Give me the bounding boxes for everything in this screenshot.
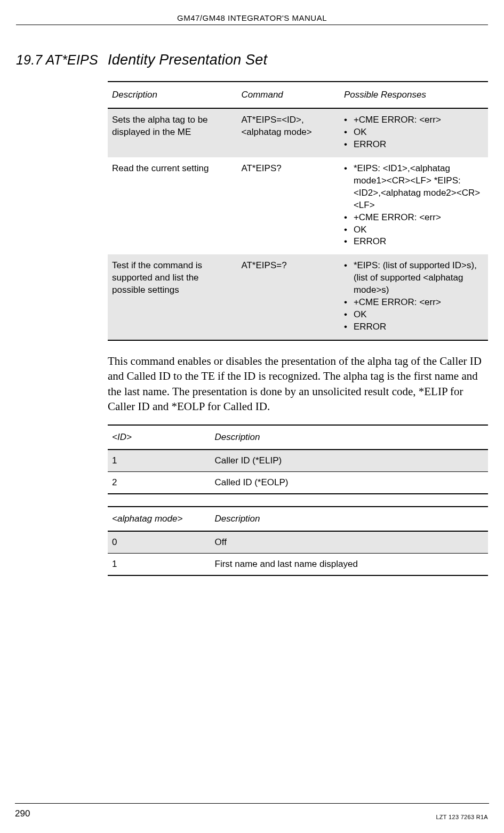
body-paragraph: This command enables or disables the pre… (108, 354, 488, 414)
cell-responses: *EIPS: <ID1>,<alphatag mode1><CR><LF> *E… (340, 157, 488, 255)
cell-mode: 0 (108, 531, 211, 554)
cell-mode: 1 (108, 554, 211, 576)
cell-desc: First name and last name displayed (211, 554, 489, 576)
response-list: *EIPS: (list of supported ID>s),(list of… (344, 260, 484, 333)
table-header-row: <alphatag mode> Description (108, 507, 488, 531)
table-row: 0 Off (108, 531, 488, 554)
section-number: 19.7 AT*EIPS (16, 52, 108, 68)
th-desc: Description (211, 425, 489, 450)
table-row: Test if the command is supported and lis… (108, 254, 488, 340)
table-row: Sets the alpha tag to be displayed in th… (108, 108, 488, 157)
table-header-row: Description Command Possible Responses (108, 82, 488, 108)
list-item: OK (344, 309, 484, 321)
table-row: 1 Caller ID (*ELIP) (108, 450, 488, 472)
table-header-row: <ID> Description (108, 425, 488, 450)
section-title: Identity Presentation Set (108, 52, 267, 68)
list-item: *EIPS: <ID1>,<alphatag mode1><CR><LF> *E… (344, 163, 484, 212)
list-item: ERROR (344, 139, 484, 151)
th-responses: Possible Responses (340, 82, 488, 108)
header-rule (16, 25, 488, 25)
table-row: 2 Called ID (*EOLP) (108, 472, 488, 494)
list-item: +CME ERROR: <err> (344, 297, 484, 309)
list-item: +CME ERROR: <err> (344, 212, 484, 224)
document-id: LZT 123 7263 R1A (436, 814, 488, 820)
id-table: <ID> Description 1 Caller ID (*ELIP) 2 C… (108, 424, 488, 494)
cell-desc: Caller ID (*ELIP) (211, 450, 489, 472)
cell-responses: +CME ERROR: <err> OK ERROR (340, 108, 488, 157)
cell-description: Test if the command is supported and lis… (108, 254, 237, 340)
list-item: ERROR (344, 236, 484, 248)
response-list: +CME ERROR: <err> OK ERROR (344, 114, 484, 151)
cell-command: AT*EIPS? (237, 157, 340, 255)
response-list: *EIPS: <ID1>,<alphatag mode1><CR><LF> *E… (344, 163, 484, 249)
command-table: Description Command Possible Responses S… (108, 81, 488, 341)
cell-command: AT*EIPS=<ID>, <alphatag mode> (237, 108, 340, 157)
cell-command: AT*EIPS=? (237, 254, 340, 340)
content: 19.7 AT*EIPS Identity Presentation Set D… (0, 52, 504, 576)
main-column: Description Command Possible Responses S… (108, 81, 488, 576)
th-command: Command (237, 82, 340, 108)
list-item: *EIPS: (list of supported ID>s),(list of… (344, 260, 484, 297)
th-mode: <alphatag mode> (108, 507, 211, 531)
cell-responses: *EIPS: (list of supported ID>s),(list of… (340, 254, 488, 340)
cell-description: Read the current setting (108, 157, 237, 255)
list-item: ERROR (344, 321, 484, 333)
list-item: OK (344, 126, 484, 139)
list-item: +CME ERROR: <err> (344, 114, 484, 126)
th-description: Description (108, 82, 237, 108)
cell-id: 1 (108, 450, 211, 472)
th-id: <ID> (108, 425, 211, 450)
mode-table: <alphatag mode> Description 0 Off 1 Firs… (108, 506, 488, 576)
section-heading: 19.7 AT*EIPS Identity Presentation Set (16, 52, 488, 68)
page-number: 290 (15, 808, 30, 819)
cell-desc: Called ID (*EOLP) (211, 472, 489, 494)
footer-rule (15, 803, 489, 804)
list-item: OK (344, 224, 484, 236)
table-row: Read the current setting AT*EIPS? *EIPS:… (108, 157, 488, 255)
table-row: 1 First name and last name displayed (108, 554, 488, 576)
cell-description: Sets the alpha tag to be displayed in th… (108, 108, 237, 157)
cell-id: 2 (108, 472, 211, 494)
th-desc: Description (211, 507, 489, 531)
header-title: GM47/GM48 INTEGRATOR'S MANUAL (0, 0, 504, 25)
cell-desc: Off (211, 531, 489, 554)
